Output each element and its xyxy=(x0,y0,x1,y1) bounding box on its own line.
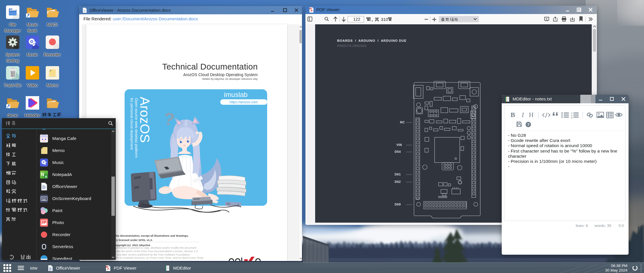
svg-text:imuslab: imuslab xyxy=(224,91,248,98)
svg-text:for personal cloud deployment: for personal cloud deployment xyxy=(130,98,134,150)
svg-text:?: ? xyxy=(527,122,530,127)
svg-text:310: 310 xyxy=(381,17,388,22)
svg-text:N: N xyxy=(41,172,44,177)
svg-text:https://arozos.com: https://arozos.com xyxy=(230,100,258,104)
svg-text:3: 3 xyxy=(571,116,573,119)
svg-text:H: H xyxy=(529,111,534,118)
svg-text:PDF: PDF xyxy=(106,266,109,268)
svg-text:I: I xyxy=(521,111,524,118)
svg-text:PDF: PDF xyxy=(310,8,312,9)
svg-text:A: A xyxy=(45,175,47,178)
svg-text:B: B xyxy=(511,111,515,118)
svg-text:ArozOS: ArozOS xyxy=(137,97,152,143)
